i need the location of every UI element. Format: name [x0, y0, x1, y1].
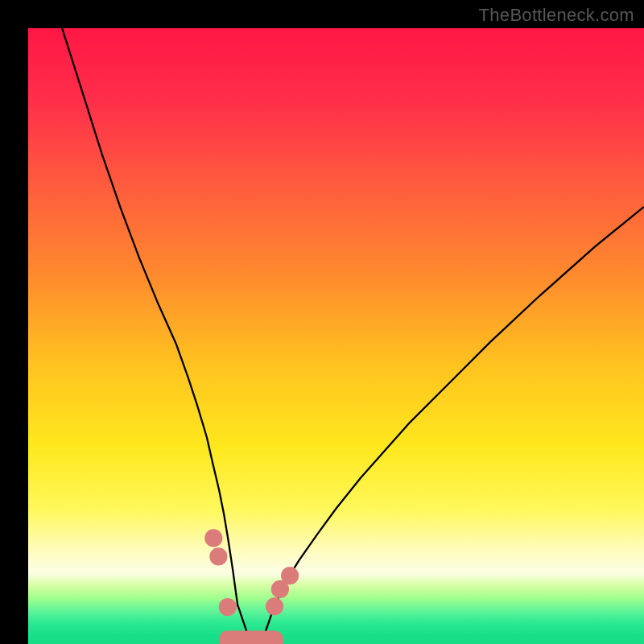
- plot-area: [28, 28, 644, 644]
- highlight-dot: [209, 547, 227, 565]
- watermark-text: TheBottleneck.com: [479, 5, 634, 26]
- bottleneck-chart-svg: [28, 28, 644, 644]
- chart-frame: TheBottleneck.com: [0, 0, 644, 644]
- highlight-dot: [204, 529, 222, 547]
- highlight-dot: [219, 598, 237, 616]
- gradient-background: [28, 28, 644, 644]
- highlight-dot: [281, 567, 299, 584]
- highlight-dot: [266, 597, 283, 615]
